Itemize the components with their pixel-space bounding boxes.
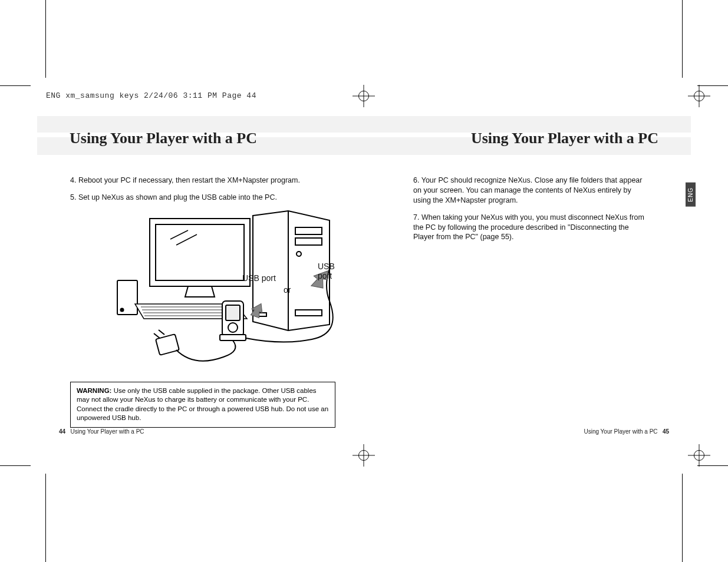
svg-rect-18 [295, 310, 322, 316]
footer-right: Using Your Player with a PC 45 [584, 428, 669, 435]
step-6: 6. Your PC should recognize NeXus. Close… [413, 176, 648, 206]
svg-line-31 [154, 333, 160, 338]
svg-rect-27 [226, 305, 240, 320]
footer-text-left: Using Your Player with a PC [70, 428, 144, 435]
svg-rect-16 [295, 238, 322, 245]
svg-rect-15 [295, 227, 322, 234]
step-number: 4. [70, 176, 76, 184]
warning-label: WARNING: [77, 387, 111, 394]
pc-setup-illustration: USB port or USB port [88, 210, 347, 375]
crop-mark [0, 85, 31, 86]
registration-mark-icon [353, 85, 375, 107]
page-title-right: Using Your Player with a PC [471, 130, 658, 147]
step-5: 5. Set up NeXus as shown and plug the US… [70, 193, 347, 203]
svg-rect-29 [220, 335, 246, 340]
warning-box: WARNING: Use only the USB cable supplied… [70, 382, 335, 428]
print-slug: ENG xm_samsung keys 2/24/06 3:11 PM Page… [46, 91, 256, 100]
crop-mark [682, 0, 691, 78]
page-number-right: 45 [663, 428, 669, 435]
footer-left: 44 Using Your Player with a PC [59, 428, 144, 435]
left-page: 4. Reboot your PC if necessary, then res… [37, 171, 380, 456]
crop-mark [37, 474, 46, 562]
usb-port-label-2: USB port [318, 262, 347, 280]
svg-point-21 [121, 308, 124, 311]
step-7: 7. When taking your NeXus with you, you … [413, 213, 648, 243]
footer-text-right: Using Your Player with a PC [584, 428, 657, 435]
registration-mark-icon [688, 444, 710, 467]
svg-point-28 [228, 323, 238, 332]
page-title-left: Using Your Player with a PC [70, 130, 257, 147]
crop-mark [682, 474, 691, 562]
step-number: 5. [70, 193, 76, 201]
step-text: When taking your NeXus with you, you mus… [413, 213, 644, 242]
step-text: Set up NeXus as shown and plug the USB c… [78, 193, 277, 201]
right-page: 6. Your PC should recognize NeXus. Close… [380, 171, 691, 456]
usb-port-label-1: USB port [242, 273, 276, 283]
svg-point-17 [297, 252, 301, 256]
crop-mark [37, 0, 46, 78]
page-number-left: 44 [59, 428, 65, 435]
step-number: 7. [413, 213, 419, 222]
step-text: Your PC should recognize NeXus. Close an… [413, 176, 642, 204]
step-4: 4. Reboot your PC if necessary, then res… [70, 176, 347, 186]
step-number: 6. [413, 176, 419, 184]
or-label: or [284, 285, 291, 295]
registration-mark-icon [688, 85, 710, 107]
step-text: Reboot your PC if necessary, then restar… [78, 176, 300, 184]
crop-mark [0, 465, 31, 466]
language-tab: ENG [686, 183, 696, 207]
warning-text: Use only the USB cable supplied in the p… [77, 387, 328, 422]
svg-line-32 [159, 330, 164, 335]
